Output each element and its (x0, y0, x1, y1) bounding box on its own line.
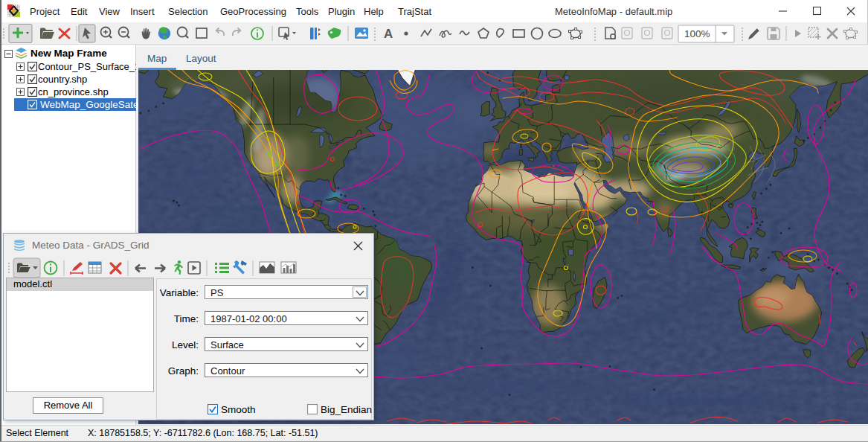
svg-text:A: A (384, 27, 393, 41)
svg-text:100%: 100% (684, 28, 710, 39)
